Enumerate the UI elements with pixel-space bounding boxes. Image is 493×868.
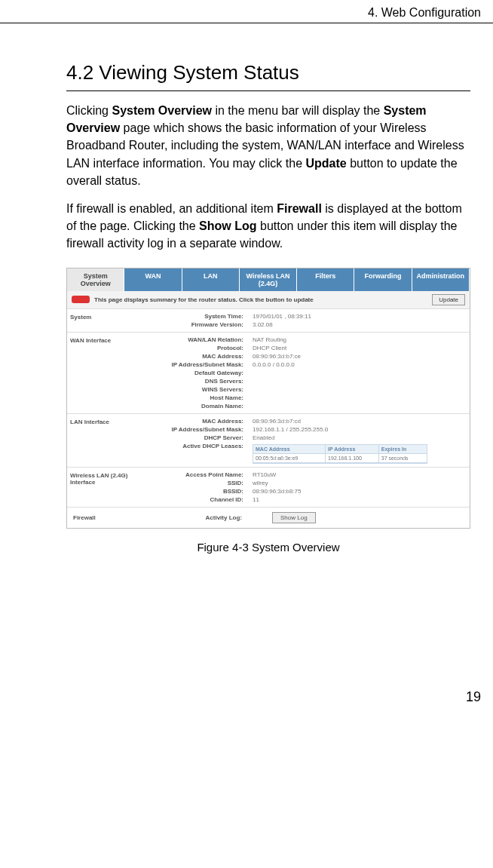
- figure-wrap: System Overview WAN LAN Wireless LAN (2.…: [66, 268, 470, 554]
- router-tabs: System Overview WAN LAN Wireless LAN (2.…: [67, 268, 470, 291]
- system-time-value: 1970/01/01 , 08:39:11: [253, 312, 465, 321]
- update-button[interactable]: Update: [432, 294, 465, 305]
- summary-bar: This page displays summary for the route…: [67, 291, 470, 309]
- tab-wan[interactable]: WAN: [124, 268, 182, 291]
- page-header: 4. Web Configuration: [0, 0, 493, 23]
- tab-administration[interactable]: Administration: [412, 268, 470, 291]
- figure-caption: Figure 4-3 System Overview: [66, 541, 470, 554]
- firmware-version-value: 3.02.08: [253, 321, 465, 329]
- tab-lan[interactable]: LAN: [182, 268, 240, 291]
- wan-label: WAN Interface: [67, 336, 133, 410]
- tab-wireless-lan[interactable]: Wireless LAN (2.4G): [240, 268, 297, 291]
- section-system: System System Time: Firmware Version: 19…: [67, 309, 470, 333]
- chapter-label: 4. Web Configuration: [368, 6, 481, 19]
- section-wan: WAN Interface WAN/LAN Relation: Protocol…: [67, 333, 470, 414]
- paragraph-1: Clicking System Overview in the menu bar…: [66, 102, 470, 189]
- system-label: System: [67, 312, 133, 329]
- section-wlan: Wireless LAN (2.4G) Interface Access Poi…: [67, 468, 470, 508]
- summary-text: This page displays summary for the route…: [94, 296, 314, 303]
- show-log-button[interactable]: Show Log: [272, 512, 316, 523]
- content-area: 4.2 Viewing System Status Clicking Syste…: [0, 23, 493, 554]
- paragraph-2: If firewall is enabled, an additional it…: [66, 200, 470, 253]
- tab-system-overview[interactable]: System Overview: [67, 268, 124, 291]
- section-firewall: Firewall Activity Log: Show Log: [67, 508, 470, 528]
- page-number: 19: [0, 689, 493, 720]
- router-screenshot: System Overview WAN LAN Wireless LAN (2.…: [66, 268, 470, 529]
- activity-log-label: Activity Log:: [136, 514, 257, 521]
- table-row: 00:05:5d:a6:3e:e9 192.168.1.100 37 secon…: [253, 454, 427, 463]
- section-lan: LAN Interface MAC Address: IP Address/Su…: [67, 414, 470, 468]
- brand-logo-icon: [72, 296, 90, 303]
- section-title: 4.2 Viewing System Status: [66, 61, 470, 91]
- tab-forwarding[interactable]: Forwarding: [354, 268, 412, 291]
- tab-filters[interactable]: Filters: [297, 268, 354, 291]
- dhcp-lease-table: MAC Address IP Address Expires In 00:05:…: [253, 444, 427, 464]
- wlan-label: Wireless LAN (2.4G) Interface: [67, 471, 133, 504]
- lan-label: LAN Interface: [67, 417, 133, 464]
- firewall-label: Firewall: [70, 513, 136, 523]
